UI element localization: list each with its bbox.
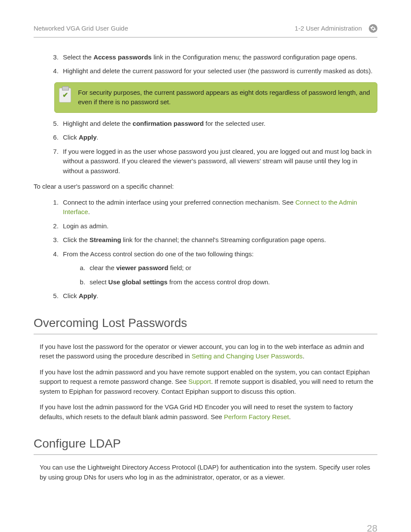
body-paragraph: If you have lost the admin password and … — [40, 367, 377, 397]
section-title-ldap: Configure LDAP — [34, 435, 377, 455]
header-left: Networked VGA Grid User Guide — [34, 24, 128, 34]
support-link[interactable]: Support — [188, 378, 211, 385]
sub-list: clear the viewer password field; or sele… — [63, 263, 377, 287]
steps-list-c: Connect to the admin interface using you… — [34, 198, 377, 301]
list-item: clear the viewer password field; or — [87, 263, 377, 273]
list-item: Login as admin. — [60, 221, 377, 231]
steps-list-a: Select the Access passwords link in the … — [34, 53, 377, 76]
list-item: Highlight and delete the confirmation pa… — [60, 119, 377, 129]
factory-reset-link[interactable]: Perform Factory Reset — [224, 413, 289, 420]
list-item: Click Apply. — [60, 133, 377, 143]
list-item: Click Apply. — [60, 291, 377, 301]
list-item: From the Access control section do one o… — [60, 249, 377, 287]
body-paragraph: If you have lost the password for the op… — [40, 342, 377, 361]
header-right-group: 1-2 User Administration — [295, 24, 377, 34]
security-callout: ✔ For security purposes, the current pas… — [54, 82, 377, 113]
page-number: 28 — [34, 521, 377, 532]
section-title-overcoming: Overcoming Lost Passwords — [34, 314, 377, 334]
list-item: select Use global settings from the acce… — [87, 277, 377, 287]
body-paragraph: You can use the Lightweight Directory Ac… — [40, 463, 377, 482]
steps-list-b: Highlight and delete the confirmation pa… — [34, 119, 377, 176]
list-item: Highlight and delete the current passwor… — [60, 66, 377, 76]
gear-icon — [369, 24, 377, 33]
list-item: If you were logged in as the user whose … — [60, 147, 377, 176]
page-header: Networked VGA Grid User Guide 1-2 User A… — [34, 24, 377, 37]
callout-text: For security purposes, the current passw… — [78, 88, 370, 107]
list-item: Click the Streaming link for the channel… — [60, 235, 377, 245]
list-item: Select the Access passwords link in the … — [60, 53, 377, 62]
clear-password-intro: To clear a user's password on a specific… — [34, 182, 377, 192]
body-paragraph: If you have lost the admin password for … — [40, 402, 377, 422]
clipboard-check-icon: ✔ — [59, 88, 71, 103]
header-right: 1-2 User Administration — [295, 24, 362, 34]
setting-passwords-link[interactable]: Setting and Changing User Passwords — [192, 352, 303, 360]
list-item: Connect to the admin interface using you… — [60, 198, 377, 217]
